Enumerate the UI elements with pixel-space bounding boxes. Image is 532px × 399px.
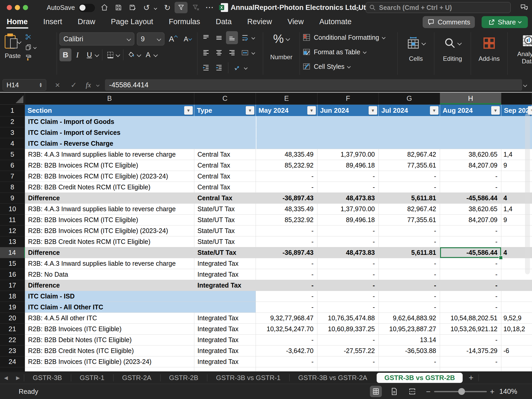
zoom-slider-thumb[interactable]	[458, 388, 465, 395]
row-header-16[interactable]: 16	[0, 269, 25, 280]
document-title[interactable]: AnnualReport-Photon Electronics Ltd-Ut..…	[231, 0, 372, 15]
save-as-icon[interactable]	[127, 0, 138, 15]
column-header-E[interactable]: E	[256, 93, 317, 105]
cell-value-r17-c0[interactable]: -	[256, 280, 317, 291]
underline-button[interactable]: U	[83, 48, 95, 61]
cell-section[interactable]: R3B: 4.A.3 Inward supplies liable to rev…	[25, 204, 194, 215]
cell-section-title[interactable]: ITC Claim - Import of Services	[25, 127, 256, 138]
format-painter-button[interactable]	[25, 52, 36, 63]
cell-value-r8-c2[interactable]: -	[379, 182, 440, 193]
fill-color-button[interactable]	[125, 48, 137, 61]
cell-value-r20-c0[interactable]: 9,32,77,968.47	[256, 313, 317, 324]
cell-value-r16-c1[interactable]: -	[317, 269, 379, 280]
cell-value-r12-c3[interactable]: -	[440, 225, 501, 236]
format-as-table-button[interactable]: Format as Table	[302, 45, 395, 59]
select-all-corner[interactable]	[0, 93, 25, 105]
font-size-select[interactable]: 9	[137, 32, 164, 45]
align-middle-icon[interactable]	[213, 31, 225, 44]
cell-value-r17-c4[interactable]	[501, 280, 532, 291]
page-layout-view-icon[interactable]	[388, 386, 400, 397]
cell-value-r5-c2[interactable]: 82,967.42	[379, 149, 440, 160]
row-header-15[interactable]: 15	[0, 258, 25, 269]
cell-value-r9-c3[interactable]: -45,586.44	[440, 193, 501, 204]
cell-section[interactable]: R2B: B2B Invoices RCM (ITC Eligible)	[25, 160, 194, 171]
row-header-3[interactable]: 3	[0, 127, 25, 138]
row-header-6[interactable]: 6	[0, 160, 25, 171]
cell-type[interactable]: Central Tax	[194, 160, 256, 171]
row-header-10[interactable]: 10	[0, 204, 25, 215]
row-header-22[interactable]: 22	[0, 335, 25, 345]
cell-value-r22-c4[interactable]	[501, 335, 532, 345]
column-header-B[interactable]: B	[25, 93, 194, 105]
search-input[interactable]: Search (Cmd + Ctrl + U)	[366, 2, 511, 13]
cell-value-r14-c0[interactable]: -36,897.43	[256, 247, 317, 258]
header-cell-type[interactable]: Type▼	[194, 105, 256, 116]
increase-font-size-button[interactable]: A	[167, 32, 179, 45]
menu-tab-page-layout[interactable]: Page Layout	[110, 17, 154, 26]
cell-value-r18-c0[interactable]: -	[256, 291, 317, 302]
cell-section[interactable]: R2B: B2B Invoices RCM (ITC Eligible)	[25, 215, 194, 225]
cell-value-r18-c4[interactable]	[501, 291, 532, 302]
sheet-tab-gstr-3b-vs-gstr-2a[interactable]: GSTR-3B vs GSTR-2A	[289, 372, 376, 384]
cell-value-r7-c0[interactable]: -	[256, 171, 317, 182]
cell-section[interactable]: R2B: B2B Debit Notes (ITC Eligible)	[25, 335, 194, 345]
cell-value-r18-c3[interactable]: -	[440, 291, 501, 302]
cell-value-r17-c1[interactable]: -	[317, 280, 379, 291]
minimize-window-icon[interactable]	[15, 5, 20, 10]
filter-button[interactable]: ▼	[430, 106, 438, 115]
column-header-G[interactable]: G	[379, 93, 440, 105]
cell-value-r20-c2[interactable]: 9,62,64,883.92	[379, 313, 440, 324]
sheet-tab-gstr-3b[interactable]: GSTR-3B	[24, 372, 71, 384]
cell-section[interactable]: R2B: B2B Invoices (ITC Eligible)	[25, 324, 194, 335]
cell-section[interactable]: R3B: 4.A.3 Inward supplies liable to rev…	[25, 149, 194, 160]
cell-type[interactable]: State/UT Tax	[194, 225, 256, 236]
cell-value-r24-c4[interactable]	[501, 356, 532, 367]
analyse-data-button[interactable]: Analyse Data	[510, 29, 532, 78]
merge-center-icon[interactable]	[239, 46, 251, 59]
cell-value-r16-c0[interactable]: -	[256, 269, 317, 280]
cell-type[interactable]: Integrated Tax	[194, 280, 256, 291]
sheet-tab-back-icon[interactable]: ◀	[0, 372, 12, 384]
cell-section[interactable]: R2B: B2B Invoices RCM (ITC Eligible) (20…	[25, 225, 194, 236]
home-icon[interactable]	[99, 0, 110, 15]
cell-value-r8-c0[interactable]: -	[256, 182, 317, 193]
cell-type[interactable]: State/UT Tax	[194, 215, 256, 225]
cell-value-r22-c3[interactable]: -	[440, 335, 501, 345]
row-header-11[interactable]: 11	[0, 215, 25, 225]
cell-value-r6-c2[interactable]: 77,355.61	[379, 160, 440, 171]
cell-value-r10-c1[interactable]: 1,37,970.00	[317, 204, 379, 215]
sheet-tab-forward-icon[interactable]: ▶	[12, 372, 24, 384]
fx-dropdown-icon[interactable]	[97, 79, 102, 91]
increase-indent-icon[interactable]	[213, 61, 225, 74]
cell-section[interactable]: R2B: B2B Invoices (ITC Eligible) (2023-2…	[25, 356, 194, 367]
cell-value-r19-c0[interactable]: -	[256, 302, 317, 313]
cell-section[interactable]: R2B: B2B Credit Notes RCM (ITC Eligible)	[25, 236, 194, 247]
cell-type[interactable]: State/UT Tax	[194, 204, 256, 215]
insert-function-icon[interactable]: fx	[86, 79, 95, 91]
cell-value-r7-c2[interactable]: -	[379, 171, 440, 182]
cell-value-r19-c2[interactable]: -	[379, 302, 440, 313]
cell-value-r18-c2[interactable]: -	[379, 291, 440, 302]
cell-type[interactable]: Central Tax	[194, 193, 256, 204]
confirm-entry-icon[interactable]: ✓	[71, 79, 82, 91]
sheet-tab-gstr-2a[interactable]: GSTR-2A	[113, 372, 160, 384]
menu-tab-formulas[interactable]: Formulas	[168, 17, 201, 26]
cell-value-r23-c2[interactable]: -36,503.88	[379, 345, 440, 356]
cancel-entry-icon[interactable]: ×	[55, 79, 66, 91]
cell-value-r19-c1[interactable]: -	[317, 302, 379, 313]
menu-tab-home[interactable]: Home	[6, 17, 28, 26]
cell-value-r14-c2[interactable]: 5,611.81	[379, 247, 440, 258]
cell-value-r24-c3[interactable]: -	[440, 356, 501, 367]
close-window-icon[interactable]	[7, 5, 12, 10]
row-header-13[interactable]: 13	[0, 236, 25, 247]
row-header-8[interactable]: 8	[0, 182, 25, 193]
cell-section-title[interactable]: ITC Claim - ISD	[25, 291, 256, 302]
name-box-stepper-icon[interactable]: ▲▼	[39, 82, 42, 88]
cell-value-r7-c1[interactable]: -	[317, 171, 379, 182]
column-header-F[interactable]: F	[317, 93, 379, 105]
cell-section[interactable]: Difference	[25, 280, 194, 291]
cell-value-r21-c4[interactable]: 10,18,2	[501, 324, 532, 335]
zoom-out-icon[interactable]: −	[426, 384, 431, 399]
cell-section-fill[interactable]	[256, 138, 532, 149]
vertical-scrollbar[interactable]	[525, 113, 530, 274]
